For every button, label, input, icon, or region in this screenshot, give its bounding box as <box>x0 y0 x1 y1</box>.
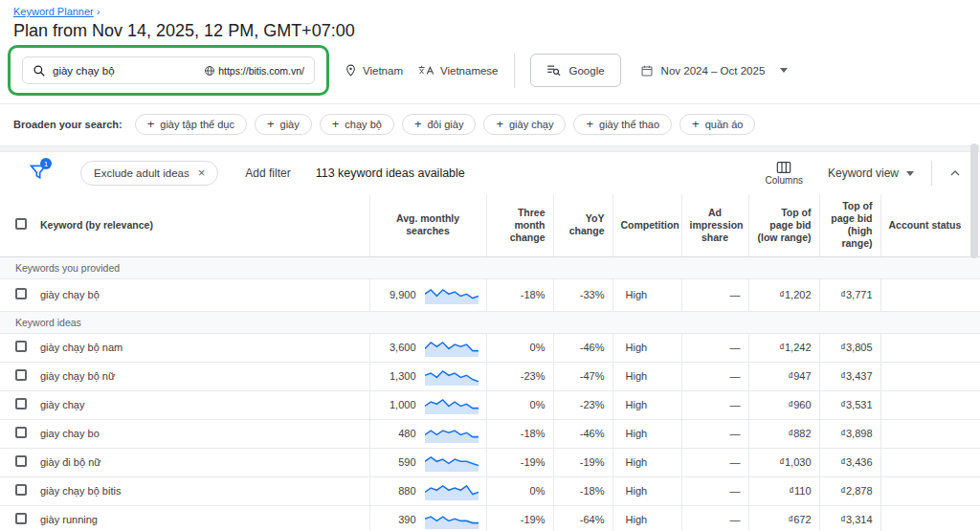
broaden-chip[interactable]: +đôi giày <box>402 114 477 135</box>
keyword-cell: giày chạy bộ nam <box>33 333 369 362</box>
column-header-three-month[interactable]: Three month change <box>486 194 553 256</box>
row-checkbox[interactable] <box>15 484 27 496</box>
broaden-chip[interactable]: +giày <box>255 114 312 135</box>
ad-impression-share-cell: — <box>681 505 748 531</box>
filter-bar-divider <box>931 161 932 186</box>
exclude-adult-ideas-chip[interactable]: Exclude adult ideas × <box>80 161 218 186</box>
trend-sparkline <box>425 395 479 414</box>
chip-label: giày thể thao <box>599 119 659 130</box>
avg-searches-cell: 880 <box>369 476 486 505</box>
row-checkbox[interactable] <box>15 369 27 381</box>
broaden-chip[interactable]: +giày chạy <box>483 114 566 135</box>
ad-impression-share-cell: — <box>681 362 748 390</box>
filter-button[interactable]: 1 <box>29 163 52 184</box>
broaden-chip[interactable]: +giày thể thao <box>573 114 672 135</box>
competition-cell: High <box>612 419 681 448</box>
collapse-panel-button[interactable] <box>947 166 963 181</box>
select-all-checkbox[interactable] <box>15 218 27 230</box>
bid-high-cell: ₫3,437 <box>819 362 880 390</box>
account-status-cell <box>880 505 980 531</box>
row-checkbox[interactable] <box>15 513 27 524</box>
bid-high-cell: ₫2,878 <box>819 476 880 505</box>
broaden-chip[interactable]: +chạy bộ <box>320 114 394 135</box>
column-header-avg-searches[interactable]: Avg. monthly searches <box>369 194 486 256</box>
language-selector[interactable]: Vietnamese <box>418 64 499 77</box>
section-divider-band <box>0 145 980 152</box>
table-row: giày chạy bộ9,900-18%-33%High—₫1,202₫3,7… <box>0 278 980 311</box>
location-selector[interactable]: Vietnam <box>345 64 403 77</box>
column-header-bid-high[interactable]: Top of page bid (high range) <box>819 194 880 256</box>
add-filter-button[interactable]: Add filter <box>245 166 290 180</box>
avg-searches-value: 1,000 <box>390 399 416 410</box>
network-selector[interactable]: Google <box>530 54 621 87</box>
keyword-table: Keyword (by relevance) Avg. monthly sear… <box>0 194 980 531</box>
trend-sparkline <box>425 338 479 357</box>
chevron-down-icon <box>780 68 788 73</box>
ad-impression-share-cell: — <box>681 419 748 448</box>
ad-impression-share-cell: — <box>681 390 748 419</box>
breadcrumb: Keyword Planner › <box>13 6 967 17</box>
columns-button[interactable]: Columns <box>766 161 803 186</box>
row-checkbox[interactable] <box>15 341 27 352</box>
avg-searches-cell: 9,900 <box>369 278 486 311</box>
avg-searches-cell: 3,600 <box>369 333 486 362</box>
plus-icon: + <box>267 120 275 129</box>
search-network-icon <box>546 63 561 77</box>
row-checkbox-cell <box>0 505 33 531</box>
three-month-change-cell: -18% <box>486 419 553 448</box>
plus-icon: + <box>147 120 155 129</box>
keyword-cell: giày chạy bộ nữ <box>33 362 369 390</box>
trend-sparkline <box>425 424 479 443</box>
view-selector[interactable]: Keyword view <box>828 166 914 180</box>
column-header-bid-low[interactable]: Top of page bid (low range) <box>748 194 819 256</box>
avg-searches-value: 9,900 <box>390 289 416 300</box>
chip-label: đôi giày <box>427 119 463 130</box>
scrollbar-thumb[interactable] <box>970 144 978 258</box>
avg-searches-value: 590 <box>398 456 415 468</box>
keyword-search-field[interactable]: giày chạy bộ https://bitis.com.vn/ <box>22 56 315 84</box>
column-header-keyword[interactable]: Keyword (by relevance) <box>33 194 369 256</box>
row-checkbox[interactable] <box>15 288 27 299</box>
trend-sparkline <box>425 510 479 529</box>
trend-sparkline <box>425 481 479 500</box>
close-icon[interactable]: × <box>198 168 206 178</box>
exclude-chip-label: Exclude adult ideas <box>94 167 189 179</box>
broaden-chip[interactable]: +quần áo <box>679 114 755 135</box>
three-month-change-cell: 0% <box>486 390 553 419</box>
yoy-change-cell: -46% <box>553 333 612 362</box>
bid-high-cell: ₫3,771 <box>819 278 880 311</box>
column-header-competition[interactable]: Competition <box>612 194 681 256</box>
avg-searches-value: 880 <box>398 485 415 497</box>
search-site-value[interactable]: https://bitis.com.vn/ <box>204 65 304 77</box>
ad-impression-share-cell: — <box>681 333 748 362</box>
avg-searches-cell: 1,300 <box>369 362 486 390</box>
column-header-account-status[interactable]: Account status <box>880 194 980 256</box>
row-checkbox[interactable] <box>15 455 27 467</box>
table-row: giày chạy bộ nam3,6000%-46%High—₫1,242₫3… <box>0 333 980 362</box>
search-keyword-value[interactable]: giày chạy bộ <box>53 65 197 77</box>
broaden-chip[interactable]: +giày tập thể dục <box>135 114 247 135</box>
account-status-cell <box>880 362 980 390</box>
three-month-change-cell: 0% <box>486 476 553 505</box>
row-checkbox[interactable] <box>15 427 27 438</box>
breadcrumb-link[interactable]: Keyword Planner <box>13 6 94 17</box>
account-status-cell <box>880 476 980 505</box>
column-header-ad-share[interactable]: Ad impression share <box>681 194 748 256</box>
row-checkbox-cell <box>0 362 33 390</box>
table-row: giày đi bộ nữ590-19%-19%High—₫1,030₫3,43… <box>0 448 980 476</box>
section-header-row: Keywords you provided <box>0 256 980 278</box>
bid-low-cell: ₫882 <box>748 419 819 448</box>
row-checkbox-cell <box>0 390 33 419</box>
column-header-yoy[interactable]: YoY change <box>553 194 612 256</box>
date-range-value: Nov 2024 – Oct 2025 <box>661 65 766 77</box>
plus-icon: + <box>414 120 422 129</box>
keyword-cell: giày chạy bộ <box>33 278 369 311</box>
competition-cell: High <box>612 362 681 390</box>
competition-cell: High <box>612 476 681 505</box>
bid-low-cell: ₫1,242 <box>748 333 819 362</box>
row-checkbox-cell <box>0 333 33 362</box>
bid-low-cell: ₫672 <box>748 505 819 531</box>
row-checkbox[interactable] <box>15 398 27 409</box>
trend-sparkline <box>425 285 479 304</box>
date-range-selector[interactable]: Nov 2024 – Oct 2025 <box>640 64 789 77</box>
